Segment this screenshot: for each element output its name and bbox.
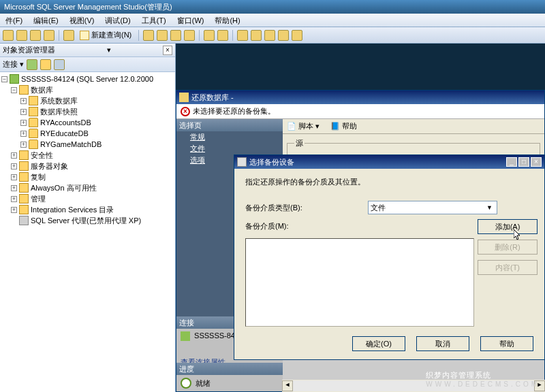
refresh-icon[interactable] bbox=[27, 59, 37, 70]
media-type-combo[interactable]: 文件 ▼ bbox=[368, 201, 497, 214]
backup-title: 选择备份设备 bbox=[249, 157, 294, 167]
tree-db[interactable]: +RYAccountsDB bbox=[0, 117, 175, 128]
toolbar-icon[interactable] bbox=[170, 30, 181, 41]
tree-db[interactable]: +RYGameMatchDB bbox=[0, 139, 175, 150]
dialog-icon bbox=[237, 157, 247, 167]
toolbar-icon[interactable] bbox=[143, 30, 154, 41]
folder-icon bbox=[19, 205, 29, 214]
toolbar-icon[interactable] bbox=[237, 30, 248, 41]
toolbar-icon[interactable] bbox=[292, 30, 302, 41]
connect-dropdown[interactable]: 连接 ▾ bbox=[3, 59, 24, 69]
maximize-icon[interactable]: □ bbox=[518, 157, 529, 167]
menu-file[interactable]: 件(F) bbox=[0, 14, 28, 27]
restore-titlebar[interactable]: 还原数据库 - bbox=[176, 91, 544, 104]
tree: −SSSSSS-84124 (SQL Server 12.0.2000 −数据库… bbox=[0, 72, 175, 227]
menu-help[interactable]: 帮助(H) bbox=[209, 14, 245, 27]
add-button[interactable]: 添加(A) bbox=[478, 219, 538, 234]
menu-view[interactable]: 视图(V) bbox=[64, 14, 100, 27]
tree-intsvc[interactable]: +Integration Services 目录 bbox=[0, 204, 175, 215]
tree-replication[interactable]: +复制 bbox=[0, 172, 175, 182]
tree-dbsnap[interactable]: +数据库快照 bbox=[0, 106, 175, 117]
folder-icon bbox=[19, 194, 29, 203]
toolbar-icon[interactable] bbox=[30, 30, 41, 41]
close-icon[interactable]: × bbox=[531, 157, 542, 167]
folder-icon bbox=[29, 96, 38, 105]
new-query-button[interactable]: 新建查询(N) bbox=[77, 29, 134, 41]
tree-alwayson[interactable]: +AlwaysOn 高可用性 bbox=[0, 182, 175, 193]
database-icon bbox=[29, 118, 38, 127]
script-dropdown[interactable]: 📄 脚本 ▾ bbox=[287, 121, 320, 131]
help-button[interactable]: 帮助 bbox=[480, 336, 533, 351]
ok-button[interactable]: 确定(O) bbox=[352, 336, 405, 351]
menu-debug[interactable]: 调试(D) bbox=[99, 14, 136, 27]
folder-icon bbox=[29, 107, 38, 116]
toolbar-icon[interactable] bbox=[217, 30, 228, 41]
menu-window[interactable]: 窗口(W) bbox=[172, 14, 210, 27]
pin-icon[interactable]: ▾ bbox=[107, 46, 111, 54]
backup-bottom-buttons: 确定(O) 取消 帮助 bbox=[352, 336, 533, 351]
backup-instruction: 指定还原操作的备份介质及其位置。 bbox=[245, 177, 533, 187]
toolbar-icon[interactable] bbox=[184, 30, 195, 41]
toolbar-icon[interactable] bbox=[278, 30, 289, 41]
select-page-header: 选择页 bbox=[176, 119, 283, 131]
progress-status: 就绪 bbox=[196, 378, 211, 389]
filter-icon[interactable] bbox=[40, 59, 51, 70]
scroll-left-icon[interactable]: ◄ bbox=[282, 380, 293, 391]
progress-header: 进度 bbox=[176, 363, 283, 375]
tree-security[interactable]: +安全性 bbox=[0, 150, 175, 161]
cancel-button[interactable]: 取消 bbox=[416, 336, 469, 351]
separator bbox=[138, 30, 139, 41]
warning-text: 未选择要还原的备份集。 bbox=[193, 106, 275, 116]
page-general[interactable]: 常规 bbox=[176, 131, 283, 143]
script-bar: 📄 脚本 ▾ 📘 帮助 bbox=[283, 119, 544, 134]
tree-sysdb[interactable]: +系统数据库 bbox=[0, 95, 175, 106]
tree-db[interactable]: +RYEducateDB bbox=[0, 128, 175, 139]
folder-icon bbox=[19, 85, 29, 95]
select-backup-device-dialog: 选择备份设备 _ □ × 指定还原操作的备份介质及其位置。 备份介质类型(B):… bbox=[234, 154, 545, 360]
toolbar-icon[interactable] bbox=[63, 30, 74, 41]
toolbar-icon[interactable] bbox=[44, 30, 54, 41]
menubar: 件(F) 编辑(E) 视图(V) 调试(D) 工具(T) 窗口(W) 帮助(H) bbox=[0, 14, 545, 27]
object-explorer: 对象资源管理器 ▾ × 连接 ▾ −SSSSSS-84124 (SQL Serv… bbox=[0, 44, 176, 392]
media-label: 备份介质(M): bbox=[245, 221, 368, 231]
tree-serverobj[interactable]: +服务器对象 bbox=[0, 161, 175, 172]
folder-icon bbox=[19, 172, 29, 182]
backup-titlebar[interactable]: 选择备份设备 _ □ × bbox=[234, 155, 544, 169]
toolbar-icon[interactable] bbox=[204, 30, 215, 41]
content-button: 内容(T) bbox=[478, 260, 538, 275]
server-icon bbox=[10, 74, 19, 84]
toolbar-icon[interactable] bbox=[157, 30, 168, 41]
toolbar-icon[interactable] bbox=[251, 30, 262, 41]
menu-edit[interactable]: 编辑(E) bbox=[28, 14, 64, 27]
menu-tools[interactable]: 工具(T) bbox=[136, 14, 172, 27]
tree-agent[interactable]: SQL Server 代理(已禁用代理 XP) bbox=[0, 215, 175, 226]
agent-icon bbox=[19, 216, 29, 225]
minimize-icon[interactable]: _ bbox=[506, 157, 517, 167]
progress-body: 就绪 bbox=[176, 375, 283, 391]
error-icon: × bbox=[181, 107, 190, 116]
explorer-toolbar: 连接 ▾ bbox=[0, 57, 175, 72]
close-icon[interactable]: × bbox=[163, 46, 172, 55]
explorer-header: 对象资源管理器 ▾ × bbox=[0, 44, 175, 57]
progress-section: 进度 就绪 bbox=[176, 363, 283, 391]
toolbar-icon[interactable] bbox=[3, 30, 14, 41]
tree-databases[interactable]: −数据库 bbox=[0, 84, 175, 95]
restore-icon bbox=[179, 93, 189, 102]
toolbar-icon[interactable] bbox=[264, 30, 275, 41]
source-legend: 源 bbox=[294, 138, 305, 148]
warning-bar: × 未选择要还原的备份集。 bbox=[176, 104, 544, 119]
page-files[interactable]: 文件 bbox=[176, 143, 283, 154]
separator bbox=[199, 30, 200, 41]
remove-button: 删除(R) bbox=[478, 240, 538, 255]
toolbar-icon[interactable] bbox=[16, 30, 27, 41]
toolbar-icon[interactable] bbox=[54, 59, 65, 70]
tree-management[interactable]: +管理 bbox=[0, 193, 175, 204]
help-link[interactable]: 📘 帮助 bbox=[330, 121, 357, 131]
chevron-down-icon: ▼ bbox=[486, 204, 493, 211]
new-query-icon bbox=[80, 31, 89, 40]
backup-media-list[interactable] bbox=[245, 238, 474, 327]
backup-side-buttons: 添加(A) 删除(R) 内容(T) bbox=[478, 219, 538, 275]
separator bbox=[232, 30, 233, 41]
tree-server[interactable]: −SSSSSS-84124 (SQL Server 12.0.2000 bbox=[0, 74, 175, 84]
main-toolbar: 新建查询(N) bbox=[0, 27, 545, 44]
